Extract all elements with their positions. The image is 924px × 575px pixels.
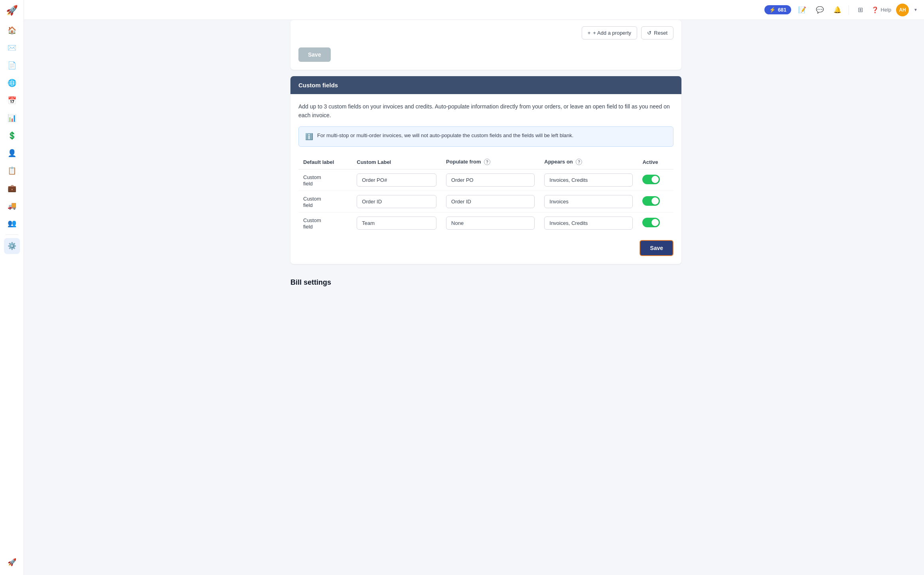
custom-fields-save-label: Save — [650, 245, 663, 251]
row3-custom-label-cell — [352, 213, 441, 234]
topbar-separator — [849, 5, 849, 15]
row2-active-toggle[interactable] — [642, 196, 660, 206]
property-section: + + Add a property ↺ Reset Save — [290, 20, 681, 70]
table-row: Customfield — [298, 191, 673, 213]
row2-custom-label-input[interactable] — [357, 195, 436, 208]
row2-active-cell — [638, 191, 673, 213]
sidebar-item-list[interactable]: 📋 — [4, 163, 20, 179]
sidebar-item-calendar[interactable]: 📅 — [4, 93, 20, 108]
property-save-button[interactable]: Save — [298, 47, 331, 62]
col-appears-label: Appears on — [544, 159, 573, 165]
row2-toggle-slider — [642, 196, 660, 206]
reset-button[interactable]: ↺ Reset — [641, 26, 673, 39]
col-active-label: Active — [642, 159, 658, 165]
row3-default-label: Customfield — [298, 213, 352, 234]
user-menu-chevron[interactable]: ▼ — [914, 8, 918, 12]
table-row: Customfield — [298, 169, 673, 191]
row1-populate-input[interactable] — [446, 173, 535, 187]
row1-active-cell — [638, 169, 673, 191]
row3-custom-label-input[interactable] — [357, 217, 436, 230]
chat-icon[interactable]: 💬 — [813, 4, 826, 16]
custom-fields-header: Custom fields — [290, 76, 681, 94]
row3-populate-input[interactable] — [446, 217, 535, 230]
info-box: ℹ️ For multi-stop or multi-order invoice… — [298, 126, 673, 147]
row3-toggle-slider — [642, 218, 660, 227]
help-label: Help — [881, 7, 891, 13]
row2-populate-input[interactable] — [446, 195, 535, 208]
main-content: + + Add a property ↺ Reset Save Custom f… — [48, 20, 924, 575]
custom-fields-save-button[interactable]: Save — [640, 240, 673, 256]
reset-label: Reset — [654, 30, 667, 36]
table-row: Customfield — [298, 213, 673, 234]
custom-fields-table: Default label Custom Label Populate from… — [298, 155, 673, 234]
sidebar-item-person[interactable]: 👤 — [4, 145, 20, 161]
user-avatar[interactable]: AH — [896, 4, 909, 16]
add-property-label: + Add a property — [593, 30, 631, 36]
info-icon: ℹ️ — [305, 132, 313, 142]
app-logo[interactable]: 🚀 — [6, 5, 18, 16]
row1-active-toggle[interactable] — [642, 175, 660, 184]
row1-appears-input[interactable] — [544, 173, 633, 187]
row3-active-cell — [638, 213, 673, 234]
sidebar-item-briefcase[interactable]: 💼 — [4, 180, 20, 196]
row2-appears-cell — [539, 191, 638, 213]
sidebar-item-dollar[interactable]: 💲 — [4, 128, 20, 144]
custom-fields-description: Add up to 3 custom fields on your invoic… — [298, 102, 673, 120]
bill-settings-section: Bill settings — [290, 272, 681, 290]
populate-help-icon[interactable]: ? — [484, 159, 490, 165]
row2-custom-label-cell — [352, 191, 441, 213]
help-circle-icon: ❓ — [871, 6, 879, 14]
lightning-icon: ⚡ — [769, 7, 776, 13]
reset-icon: ↺ — [647, 30, 652, 36]
sidebar-item-chart[interactable]: 📊 — [4, 110, 20, 126]
col-default-label: Default label — [303, 159, 334, 165]
sidebar: 🚀 🏠 ✉️ 📄 🌐 📅 📊 💲 👤 📋 💼 🚚 👥 ⚙️ 🚀 — [0, 0, 24, 575]
add-property-button[interactable]: + + Add a property — [582, 26, 637, 39]
row1-default-label: Customfield — [298, 169, 352, 191]
col-custom-label: Custom Label — [357, 159, 391, 165]
sidebar-item-globe[interactable]: 🌐 — [4, 75, 20, 91]
custom-fields-title: Custom fields — [298, 82, 338, 89]
sidebar-item-team[interactable]: 👥 — [4, 215, 20, 231]
bell-icon[interactable]: 🔔 — [831, 4, 844, 16]
sidebar-item-inbox[interactable]: ✉️ — [4, 40, 20, 56]
sidebar-divider — [6, 234, 18, 235]
sidebar-item-truck[interactable]: 🚚 — [4, 198, 20, 214]
col-header-populate: Populate from ? — [441, 155, 539, 169]
row1-appears-cell — [539, 169, 638, 191]
row3-active-toggle[interactable] — [642, 218, 660, 227]
row1-toggle-slider — [642, 175, 660, 184]
col-populate-label: Populate from — [446, 159, 481, 165]
plus-icon: + — [588, 30, 591, 36]
help-button[interactable]: ❓ Help — [871, 6, 891, 14]
sidebar-item-docs[interactable]: 📄 — [4, 57, 20, 73]
custom-fields-save-row: Save — [298, 234, 673, 256]
row1-custom-label-input[interactable] — [357, 173, 436, 187]
row3-appears-input[interactable] — [544, 217, 633, 230]
notes-icon[interactable]: 📝 — [796, 4, 809, 16]
info-text: For multi-stop or multi-order invoices, … — [317, 132, 573, 140]
row2-appears-input[interactable] — [544, 195, 633, 208]
custom-fields-body: Add up to 3 custom fields on your invoic… — [290, 94, 681, 264]
property-save-label: Save — [308, 51, 321, 58]
sidebar-item-rocket[interactable]: 🚀 — [4, 554, 20, 570]
grid-icon[interactable]: ⊞ — [854, 4, 867, 16]
row2-default-label: Customfield — [298, 191, 352, 213]
row3-appears-cell — [539, 213, 638, 234]
row1-populate-cell — [441, 169, 539, 191]
col-header-active: Active — [638, 155, 673, 169]
badge-count: 681 — [778, 7, 787, 13]
row3-populate-cell — [441, 213, 539, 234]
col-header-appears: Appears on ? — [539, 155, 638, 169]
custom-fields-section: Custom fields Add up to 3 custom fields … — [290, 76, 681, 264]
topbar: ⚡ 681 📝 💬 🔔 ⊞ ❓ Help AH ▼ — [24, 0, 924, 20]
avatar-initials: AH — [899, 7, 906, 13]
col-header-custom: Custom Label — [352, 155, 441, 169]
appears-help-icon[interactable]: ? — [576, 159, 582, 165]
bill-settings-title: Bill settings — [290, 272, 681, 290]
sidebar-item-home[interactable]: 🏠 — [4, 22, 20, 38]
sidebar-item-settings[interactable]: ⚙️ — [4, 238, 20, 254]
col-header-default: Default label — [298, 155, 352, 169]
row1-custom-label-cell — [352, 169, 441, 191]
notification-badge[interactable]: ⚡ 681 — [764, 5, 792, 14]
